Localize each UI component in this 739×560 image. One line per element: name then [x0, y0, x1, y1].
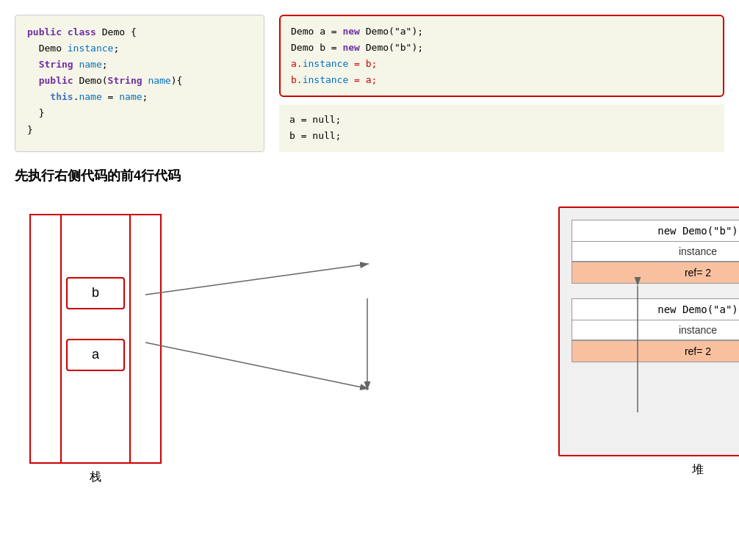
stack-var-b: b [66, 277, 125, 309]
code-line-6: } [27, 105, 252, 121]
stack-divider-right [129, 215, 131, 462]
right-line-3: a.instance = b; [291, 56, 713, 72]
heap-outer: new Demo("b") instance ref= 2 new Demo("… [558, 207, 739, 456]
right-line-4: b.instance = a; [291, 72, 713, 88]
heap-section: new Demo("b") instance ref= 2 new Demo("… [558, 207, 739, 478]
diagram-area: b a 栈 new Demo("b") instance ref= 2 new … [15, 199, 720, 478]
code-line-3: String name; [27, 57, 252, 73]
right-bottom-line-1: a = null; [289, 112, 714, 128]
code-line-5: this.name = name; [27, 89, 252, 105]
right-code-bottom: a = null; b = null; [279, 104, 724, 151]
heap-object-a-title: new Demo("a") [572, 299, 739, 320]
arrow-a-to-demo-a [145, 342, 369, 389]
arrow-b-to-demo-b [145, 264, 369, 295]
heap-object-b: new Demo("b") instance ref= 2 [572, 220, 739, 284]
keyword-class: class [68, 26, 96, 37]
heap-object-b-instance: instance [572, 242, 739, 262]
right-bottom-line-2: b = null; [289, 128, 714, 144]
top-section: public class Demo { Demo instance; Strin… [15, 15, 724, 152]
stack-box: b a [29, 214, 162, 464]
code-line-4: public Demo(String name){ [27, 73, 252, 89]
stack-label: 栈 [90, 470, 101, 485]
code-line-1: public class Demo { [27, 24, 252, 40]
right-code-wrapper: Demo a = new Demo("a"); Demo b = new Dem… [279, 15, 724, 152]
heap-object-a: new Demo("a") instance ref= 2 [572, 298, 739, 362]
heap-object-a-ref: ref= 2 [572, 340, 739, 362]
heap-object-b-ref: ref= 2 [572, 262, 739, 283]
heap-object-b-title: new Demo("b") [572, 220, 739, 242]
left-code-panel: public class Demo { Demo instance; Strin… [15, 15, 264, 152]
stack-divider-left [60, 215, 62, 462]
code-line-2: Demo instance; [27, 40, 252, 57]
right-code-top: Demo a = new Demo("a"); Demo b = new Dem… [279, 15, 724, 97]
code-line-7: } [27, 122, 252, 138]
keyword-public: public [27, 26, 62, 37]
heap-label: 堆 [692, 462, 704, 478]
right-line-1: Demo a = new Demo("a"); [291, 24, 713, 40]
stack-section: b a 栈 [29, 214, 162, 485]
stack-var-a: a [66, 339, 125, 371]
heap-object-a-instance: instance [572, 320, 739, 340]
right-line-2: Demo b = new Demo("b"); [291, 40, 713, 56]
section-title: 先执行右侧代码的前4行代码 [15, 167, 724, 184]
